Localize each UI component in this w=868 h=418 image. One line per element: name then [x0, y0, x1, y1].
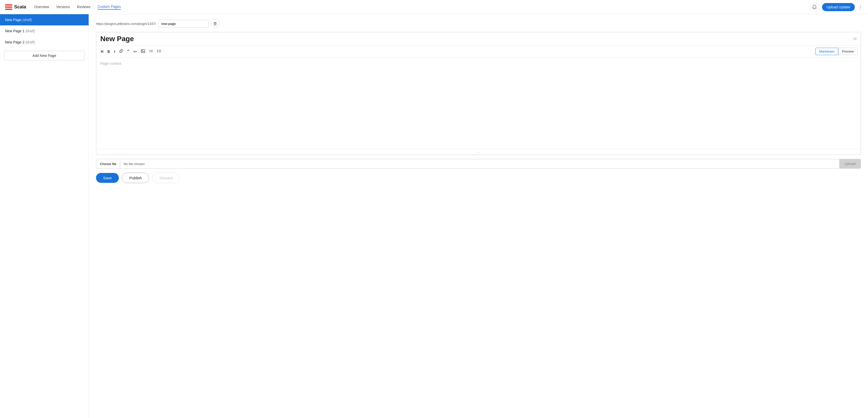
discard-button[interactable]: Discard [152, 173, 180, 183]
url-bar: https://plugins.jetbrains.com/plugin/134… [96, 19, 861, 28]
url-prefix: https://plugins.jetbrains.com/plugin/134… [96, 22, 156, 26]
file-input-label[interactable]: Choose file No file chosen [96, 159, 839, 168]
svg-rect-3 [214, 23, 216, 25]
link-icon [119, 49, 123, 53]
nav-versions[interactable]: Versions [56, 5, 70, 9]
sidebar-item-label: New Page [5, 18, 22, 22]
sidebar-draft-label-2: (draft) [25, 40, 35, 44]
nav-reviews[interactable]: Reviews [77, 5, 90, 9]
choose-file-button[interactable]: Choose file [96, 159, 120, 168]
svg-rect-2 [5, 9, 12, 10]
page-editor: 16 H B I " <> [96, 32, 861, 155]
bell-icon [812, 5, 817, 9]
toolbar-view-switcher: Markdown Preview [815, 48, 858, 55]
ordered-list-icon: 1. 2. [157, 49, 161, 53]
unordered-list-icon [149, 49, 153, 53]
toolbar-quote-button[interactable]: " [126, 48, 131, 55]
svg-text:2.: 2. [157, 51, 159, 53]
resize-handle[interactable]: ... [96, 149, 861, 155]
svg-rect-6 [141, 50, 145, 53]
sidebar-draft-label-1: (draft) [25, 29, 35, 33]
app-title: Scala [14, 4, 26, 10]
sidebar-draft-label: (draft) [22, 18, 32, 22]
editor-toolbar: H B I " <> [96, 46, 861, 57]
char-count: 16 [853, 37, 857, 41]
preview-view-button[interactable]: Preview [838, 48, 858, 55]
sidebar-item-label: New Page 2 [5, 40, 25, 44]
delete-page-button[interactable] [211, 19, 219, 28]
sidebar-item-new-page[interactable]: New Page (draft) [0, 14, 89, 25]
upload-file-button[interactable]: Upload [839, 159, 861, 168]
sidebar-item-new-page-2[interactable]: New Page 2 (draft) [0, 37, 89, 48]
toolbar-ol-button[interactable]: 1. 2. [156, 48, 163, 55]
sidebar-item-new-page-1[interactable]: New Page 1 (draft) [0, 25, 89, 37]
toolbar-heading-button[interactable]: H [99, 49, 105, 55]
nav-right: Upload Update ⋮ [810, 3, 863, 12]
svg-point-10 [149, 52, 150, 52]
main-layout: New Page (draft) New Page 1 (draft) New … [0, 14, 868, 418]
top-nav: Scala Overview Versions Reviews Custom P… [0, 0, 868, 14]
add-new-page-button[interactable]: Add New Page [4, 51, 85, 60]
svg-point-8 [149, 50, 150, 51]
toolbar-ul-button[interactable] [148, 48, 155, 55]
save-button[interactable]: Save [96, 173, 119, 183]
svg-rect-1 [5, 6, 12, 8]
no-file-text: No file chosen [120, 159, 839, 168]
page-title-input[interactable] [100, 35, 851, 43]
logo-icon [5, 4, 12, 10]
notifications-button[interactable] [810, 3, 819, 12]
more-options-button[interactable]: ⋮ [858, 4, 863, 10]
sidebar: New Page (draft) New Page 1 (draft) New … [0, 14, 89, 418]
toolbar-code-button[interactable]: <> [132, 49, 138, 54]
upload-update-button[interactable]: Upload Update [822, 3, 855, 11]
toolbar-image-button[interactable] [140, 48, 147, 55]
publish-button[interactable]: Publish [122, 173, 149, 183]
logo-area: Scala [5, 4, 26, 10]
content-area: https://plugins.jetbrains.com/plugin/134… [89, 14, 868, 418]
svg-rect-0 [5, 4, 12, 6]
url-slug-input[interactable] [158, 20, 209, 28]
page-content-editor[interactable]: Page content [96, 57, 861, 149]
sidebar-item-label: New Page 1 [5, 29, 25, 33]
nav-overview[interactable]: Overview [34, 5, 49, 9]
markdown-view-button[interactable]: Markdown [815, 48, 838, 55]
trash-icon [213, 22, 217, 26]
content-placeholder: Page content [100, 61, 121, 66]
toolbar-italic-button[interactable]: I [113, 49, 117, 55]
title-row: 16 [96, 32, 861, 46]
image-icon [141, 49, 145, 53]
toolbar-bold-button[interactable]: B [106, 49, 112, 55]
file-upload-row: Choose file No file chosen Upload [96, 159, 861, 169]
nav-links: Overview Versions Reviews Custom Pages [34, 5, 810, 10]
nav-custom-pages[interactable]: Custom Pages [97, 5, 121, 10]
action-buttons: Save Publish Discard [96, 173, 861, 186]
toolbar-link-button[interactable] [118, 48, 125, 55]
file-input-wrapper: Choose file No file chosen [96, 159, 839, 168]
